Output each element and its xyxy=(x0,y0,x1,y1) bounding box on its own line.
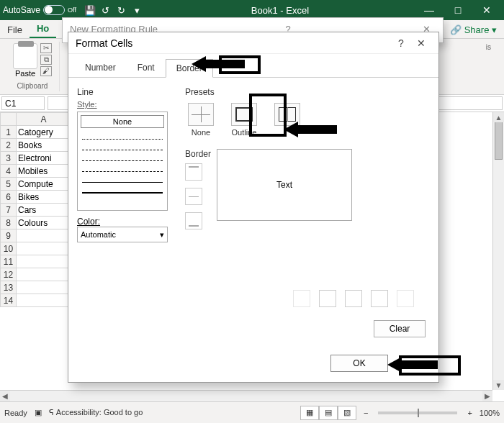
color-dropdown[interactable]: Automatic ▾ xyxy=(77,227,168,242)
row-header[interactable]: 7 xyxy=(1,204,17,217)
border-left-button[interactable] xyxy=(319,290,336,307)
tab-font[interactable]: Font xyxy=(127,58,166,77)
scroll-down-icon[interactable]: ▼ xyxy=(493,380,504,390)
cut-icon[interactable]: ✂ xyxy=(40,43,52,53)
clear-button[interactable]: Clear xyxy=(374,320,426,337)
select-all[interactable] xyxy=(1,113,17,126)
preset-none-button[interactable]: None xyxy=(188,103,214,137)
copy-icon[interactable]: ⧉ xyxy=(40,55,52,65)
preset-none-label: None xyxy=(192,128,210,137)
dialog-header[interactable]: Format Cells ? ✕ xyxy=(68,32,438,54)
cell[interactable] xyxy=(17,281,71,294)
style-option[interactable] xyxy=(82,174,163,183)
color-label: Color: xyxy=(77,217,171,227)
row-header[interactable]: 9 xyxy=(1,229,17,242)
style-option[interactable] xyxy=(82,153,163,161)
page-break-view-button[interactable]: ▧ xyxy=(338,406,356,420)
zoom-level[interactable]: 100% xyxy=(480,409,500,417)
status-ready: Ready xyxy=(4,409,27,417)
cell[interactable]: Electroni xyxy=(17,152,71,165)
redo-icon[interactable]: ↻ xyxy=(115,4,128,17)
border-bottom-button[interactable] xyxy=(185,212,202,229)
line-style-picker[interactable]: None xyxy=(77,112,168,211)
share-button[interactable]: 🔗 Share ▾ xyxy=(443,22,504,38)
preset-outline-button[interactable]: Outline xyxy=(231,103,257,137)
border-top-button[interactable] xyxy=(185,163,202,181)
row-header[interactable]: 6 xyxy=(1,191,17,204)
ok-button[interactable]: OK xyxy=(330,355,388,372)
row-header[interactable]: 10 xyxy=(1,242,17,255)
scroll-up-icon[interactable]: ▲ xyxy=(493,112,504,122)
normal-view-button[interactable]: ▦ xyxy=(300,406,319,420)
format-painter-icon[interactable]: 🖌 xyxy=(40,66,52,76)
macro-record-icon[interactable]: ▣ xyxy=(35,408,42,417)
style-label: Style: xyxy=(77,100,171,109)
row-header[interactable]: 12 xyxy=(1,268,17,281)
preset-outline-icon xyxy=(231,103,257,126)
page-layout-view-button[interactable]: ▤ xyxy=(319,406,338,420)
cell[interactable]: Catogery xyxy=(17,126,71,139)
scroll-right-icon[interactable]: ▶ xyxy=(482,391,492,401)
autosave-toggle[interactable]: AutoSave Off xyxy=(3,5,76,15)
arrow-to-outline xyxy=(297,122,340,137)
save-icon[interactable]: 💾 xyxy=(84,4,96,17)
border-right-button[interactable] xyxy=(371,290,388,307)
window-close-button[interactable]: ✕ xyxy=(472,0,501,20)
dialog-help-button[interactable]: ? xyxy=(391,37,411,49)
autosave-state: Off xyxy=(68,6,76,14)
undo-icon[interactable]: ↺ xyxy=(99,4,112,17)
scroll-left-icon[interactable]: ◀ xyxy=(0,391,10,401)
border-horizontal-button[interactable] xyxy=(185,188,202,205)
cell[interactable]: Mobiles xyxy=(17,165,71,178)
row-header[interactable]: 5 xyxy=(1,178,17,191)
scroll-thumb[interactable] xyxy=(495,117,503,160)
col-header-a[interactable]: A xyxy=(17,113,71,126)
cell[interactable]: Colours xyxy=(17,217,71,229)
row-header[interactable]: 13 xyxy=(1,281,17,294)
tab-number[interactable]: Number xyxy=(74,58,127,77)
cell[interactable]: Bikes xyxy=(17,191,71,204)
row-header[interactable]: 3 xyxy=(1,152,17,165)
tab-home[interactable]: Ho xyxy=(30,20,56,38)
name-box[interactable]: C1 xyxy=(1,96,45,110)
dialog-close-button[interactable]: ✕ xyxy=(411,37,431,49)
cell[interactable]: Books xyxy=(17,139,71,152)
style-option[interactable] xyxy=(82,185,163,194)
row-header[interactable]: 14 xyxy=(1,294,17,307)
zoom-slider[interactable] xyxy=(378,411,457,414)
row-header[interactable]: 4 xyxy=(1,165,17,178)
row-header[interactable]: 2 xyxy=(1,139,17,152)
border-vertical-button[interactable] xyxy=(345,290,362,307)
style-option[interactable] xyxy=(82,142,163,150)
cell[interactable] xyxy=(17,294,71,307)
cell[interactable] xyxy=(17,242,71,255)
cell[interactable]: Cars xyxy=(17,204,71,217)
cell[interactable] xyxy=(17,268,71,281)
horizontal-scrollbar[interactable]: ◀ ▶ xyxy=(0,390,492,401)
cell[interactable] xyxy=(17,229,71,242)
border-diag-up-button[interactable] xyxy=(293,290,310,307)
vertical-scrollbar[interactable]: ▲ ▼ xyxy=(492,112,504,390)
border-diag-down-button[interactable] xyxy=(397,290,414,307)
style-option[interactable] xyxy=(82,163,163,172)
zoom-out-button[interactable]: − xyxy=(364,409,368,417)
style-option[interactable] xyxy=(82,131,163,140)
toggle-icon xyxy=(43,5,65,15)
row-header[interactable]: 8 xyxy=(1,217,17,229)
row-header[interactable]: 1 xyxy=(1,126,17,139)
clipboard-group-label: Clipboard xyxy=(17,82,48,90)
cell[interactable]: Compute xyxy=(17,178,71,191)
accessibility-status[interactable]: ᕋ Accessibility: Good to go xyxy=(49,408,143,417)
window-maximize-button[interactable]: □ xyxy=(444,0,472,20)
paste-icon[interactable] xyxy=(13,43,37,69)
zoom-in-button[interactable]: + xyxy=(467,409,472,417)
format-cells-dialog: Format Cells ? ✕ Number Font Border Line… xyxy=(68,32,439,383)
qat-dropdown-icon[interactable]: ▾ xyxy=(131,4,144,17)
preset-outline-label: Outline xyxy=(232,128,257,137)
tab-file[interactable]: File xyxy=(0,22,30,38)
style-none[interactable]: None xyxy=(81,115,164,128)
row-header[interactable]: 11 xyxy=(1,255,17,268)
arrow-to-ok xyxy=(400,357,444,373)
cell[interactable] xyxy=(17,255,71,268)
border-preview: Text xyxy=(217,149,352,221)
